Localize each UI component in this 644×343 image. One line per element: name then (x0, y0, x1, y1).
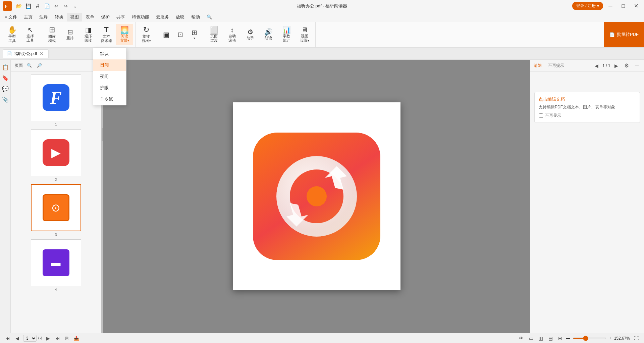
menu-cloud[interactable]: 云服务 (153, 13, 172, 21)
menu-special[interactable]: 特色功能 (128, 13, 153, 21)
menu-view[interactable]: 视图 (67, 13, 82, 21)
maximize-btn[interactable]: □ (618, 1, 629, 11)
align-icon: ⊞ (192, 29, 197, 36)
login-register-btn[interactable]: 登录 / 注册 ▾ (572, 2, 603, 10)
menu-search-btn[interactable]: 🔍 (203, 13, 215, 21)
align-btn[interactable]: ⊞ ▾ (187, 24, 201, 45)
sb-first-page-btn[interactable]: ⏮ (4, 335, 11, 342)
read-mode-btn[interactable]: ⊞ 阅读模式 (43, 24, 61, 45)
menu-help[interactable]: 帮助 (188, 13, 203, 21)
bookmarks-panel-btn[interactable]: 🔖 (1, 73, 10, 83)
read-bg-icon: 🌅 (120, 27, 129, 33)
sb-extract-btn[interactable]: 📤 (72, 335, 80, 342)
page-info: 1 / 1 (602, 63, 610, 68)
pdf-page (233, 102, 400, 290)
close-btn[interactable]: ✕ (631, 1, 641, 11)
batch-pdf-btn[interactable]: 📄 批量转PDF (604, 22, 644, 47)
sb-copy-btn[interactable]: ⎘ (64, 335, 69, 342)
menu-comment[interactable]: 注释 (36, 13, 51, 21)
sb-fullscreen-btn[interactable]: ⛶ (633, 335, 640, 342)
thumbnail-1[interactable]: F 1 (31, 74, 81, 127)
auto-scroll-icon: ↕ (230, 27, 234, 33)
text-reader-btn[interactable]: T 文本阅读器 (98, 24, 115, 45)
menu-share[interactable]: 共享 (113, 13, 128, 21)
menu-home[interactable]: 主页 (20, 13, 36, 21)
next-page-btn[interactable]: ▶ (612, 62, 620, 69)
save-btn[interactable]: 💾 (24, 2, 32, 10)
pdf-viewer[interactable] (103, 60, 530, 333)
zoom-percentage: 152.67% (614, 336, 630, 341)
rotate-view-btn[interactable]: ↻ 旋转视图▾ (138, 24, 155, 45)
assistant-btn[interactable]: ⚙ 助手 (241, 24, 259, 45)
sb-two-page-btn[interactable]: ▥ (537, 335, 544, 342)
bg-option-default[interactable]: 默认 (93, 48, 126, 59)
rpanel-settings-btn[interactable]: ⚙ (622, 62, 631, 69)
menu-form[interactable]: 表单 (82, 13, 98, 21)
sb-single-page-btn[interactable]: ▭ (528, 335, 535, 342)
thumb-num-1: 1 (55, 122, 57, 127)
comments-panel-btn[interactable]: 💬 (1, 84, 10, 93)
bg-option-parchment[interactable]: 羊皮纸 (93, 94, 126, 105)
clear-btn[interactable]: 清除 (534, 63, 542, 68)
bg-option-night[interactable]: 夜间 (93, 71, 126, 82)
thumb-box-1: F (31, 74, 81, 121)
sb-last-page-btn[interactable]: ⏭ (54, 335, 61, 342)
bg-option-day[interactable]: 日间 (93, 59, 126, 71)
view-settings-icon: 🖥 (301, 27, 308, 33)
sb-prev-page-btn[interactable]: ◀ (14, 335, 20, 342)
open-btn[interactable]: 📂 (15, 2, 23, 10)
redo-btn[interactable]: ↪ (62, 2, 70, 10)
thumbnail-2[interactable]: ▶ 2 (31, 129, 81, 182)
no-remind-btn[interactable]: 不再提示 (548, 63, 564, 68)
tab-close-btn[interactable]: ✕ (39, 51, 44, 56)
bg-option-eye-care[interactable]: 护眼 (93, 82, 126, 94)
text-reader-icon: T (104, 26, 108, 34)
print-btn[interactable]: 🖨 (34, 2, 42, 10)
app-logo: F (3, 1, 12, 11)
sidebar-zoom-in-btn[interactable]: 🔎 (36, 62, 43, 69)
pages-panel-btn[interactable]: 📋 (1, 62, 10, 72)
page-select[interactable]: 3 1 2 4 (23, 335, 37, 342)
new-btn[interactable]: 📄 (43, 2, 51, 10)
no-show-checkbox[interactable] (539, 113, 543, 118)
quick-buttons: 📂 💾 🖨 📄 ↩ ↪ ⌄ (15, 2, 79, 10)
sb-fit-btn[interactable]: ⊟ (557, 335, 564, 342)
thumbnail-3[interactable]: ⊙ 3 (31, 184, 81, 237)
undo-btn[interactable]: ↩ (52, 2, 60, 10)
rotate-icon: ↻ (143, 26, 149, 34)
minimize-btn[interactable]: ─ (605, 1, 616, 11)
sb-next-page-btn[interactable]: ▶ (45, 335, 51, 342)
sidebar-header: 页面 🔍 🔎 (11, 60, 101, 71)
edit-doc-link[interactable]: 点击编辑文档 (539, 97, 565, 102)
thumb-box-2: ▶ (31, 129, 81, 176)
read-bg-btn[interactable]: 🌅 阅读背景▾ (116, 24, 133, 45)
word-count-btn[interactable]: 📊 字数统计 (278, 24, 295, 45)
zoom-slider[interactable] (573, 338, 606, 339)
no-show-label: 不再显示 (545, 113, 561, 118)
thumbnail-4[interactable]: ▬ 4 (31, 239, 81, 292)
more-btn[interactable]: ⌄ (71, 2, 79, 10)
sb-view-eye-btn[interactable]: 👁 (518, 335, 525, 342)
menu-protect[interactable]: 保护 (98, 13, 113, 21)
sb-scroll-btn[interactable]: ▤ (547, 335, 554, 342)
rpanel-close-btn[interactable]: ─ (633, 62, 641, 69)
menu-convert[interactable]: 转换 (51, 13, 67, 21)
page-trans-btn[interactable]: ⬜ 页面过渡 (205, 24, 223, 45)
select-tool-btn[interactable]: ↖ 选择工具 (21, 24, 39, 45)
sidebar-zoom-out-btn[interactable]: 🔍 (25, 62, 33, 69)
prev-page-btn[interactable]: ◀ (593, 62, 600, 69)
menu-play[interactable]: 放映 (172, 13, 188, 21)
titlebar: F 📂 💾 🖨 📄 ↩ ↪ ⌄ 福昕办公.pdf - 福昕阅读器 登录 / 注册… (0, 0, 644, 12)
read-aloud-btn[interactable]: 🔊 朗读 (260, 24, 277, 45)
menu-icon-btn[interactable]: ≡ 文件 (1, 13, 20, 21)
attachments-panel-btn[interactable]: 📎 (1, 95, 10, 104)
actual-size-btn[interactable]: ⊡ (173, 24, 187, 45)
reverse-read-btn[interactable]: ◨ 逆序阅读 (79, 24, 97, 45)
view-settings-btn[interactable]: 🖥 视图设置▾ (296, 24, 313, 45)
hand-tool-btn[interactable]: ✋ 手型工具 (3, 24, 21, 45)
fit-page-btn[interactable]: ▣ (159, 24, 173, 45)
reorder-btn[interactable]: ⊟ 重排 (61, 24, 79, 45)
file-tab[interactable]: 📄 福昕办公.pdf ✕ (3, 49, 49, 58)
svg-point-2 (307, 186, 327, 206)
auto-scroll-btn[interactable]: ↕ 自动滚动 (223, 24, 241, 45)
